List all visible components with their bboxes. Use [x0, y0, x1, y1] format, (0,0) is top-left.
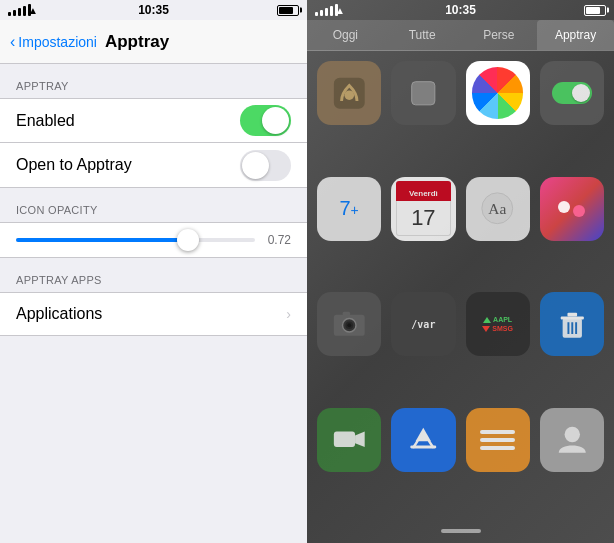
- svg-rect-9: [342, 312, 350, 316]
- app-camera[interactable]: [317, 292, 381, 356]
- cydia-icon: [330, 74, 369, 113]
- app-gamecenter[interactable]: [540, 177, 604, 241]
- app-stocks[interactable]: AAPL SMSG: [466, 292, 530, 356]
- stocks-up-icon: [483, 317, 491, 323]
- tab-apptray[interactable]: Apptray: [537, 20, 614, 50]
- home-bar: [307, 523, 614, 543]
- calendar-icon: Venerdì 17: [396, 181, 451, 236]
- open-to-apptray-label: Open to Apptray: [16, 156, 132, 174]
- toggle-knob-open: [242, 152, 269, 179]
- slider-thumb[interactable]: [177, 229, 199, 251]
- time-right: 10:35: [445, 3, 476, 17]
- signal-bar-1: [8, 12, 11, 16]
- apptray-apps-section-header: APPTRAY APPS: [0, 258, 307, 292]
- app-photos[interactable]: [466, 61, 530, 125]
- applications-row[interactable]: Applications ›: [0, 292, 307, 336]
- wifi-icon-right: ▲: [335, 5, 345, 16]
- app-facetime[interactable]: [317, 408, 381, 472]
- battery-left: [277, 5, 299, 16]
- applications-chevron-icon: ›: [286, 306, 291, 322]
- svg-rect-12: [567, 313, 577, 317]
- nav-title: Apptray: [105, 32, 169, 52]
- app-equals[interactable]: [466, 408, 530, 472]
- svg-point-21: [564, 427, 579, 442]
- tab-perse[interactable]: Perse: [461, 20, 538, 50]
- stocks-icon: AAPL SMSG: [482, 316, 513, 332]
- signal-bar-2: [13, 10, 16, 16]
- signal-bar-r-2: [320, 10, 323, 16]
- open-to-apptray-toggle[interactable]: [240, 150, 291, 181]
- toggle-knob-enabled: [262, 107, 289, 134]
- apptray-settings-group: Enabled Open to Apptray: [0, 98, 307, 188]
- slider-track[interactable]: [16, 238, 255, 242]
- app-square[interactable]: [391, 61, 455, 125]
- 7plus-text: 7+: [339, 197, 358, 220]
- svg-rect-16: [334, 432, 355, 447]
- apptray-section-header: APPTRAY: [0, 64, 307, 98]
- status-bar-left: ▲ 10:35: [0, 0, 307, 20]
- facetime-icon: [330, 420, 369, 459]
- svg-rect-2: [412, 82, 435, 105]
- enabled-label: Enabled: [16, 112, 75, 130]
- app-appstore[interactable]: [391, 408, 455, 472]
- signal-bar-r-3: [325, 8, 328, 16]
- back-label: Impostazioni: [18, 34, 97, 50]
- square-icon: [404, 74, 443, 113]
- signal-bar-4: [23, 6, 26, 16]
- left-panel: ▲ 10:35 ‹ Impostazioni Apptray APPTRAY E…: [0, 0, 307, 543]
- icon-opacity-section-header: ICON OPACITY: [0, 188, 307, 222]
- app-trash[interactable]: [540, 292, 604, 356]
- back-button[interactable]: ‹ Impostazioni: [10, 33, 97, 51]
- tab-bar: Oggi Tutte Perse Apptray: [307, 20, 614, 51]
- nav-bar-left: ‹ Impostazioni Apptray: [0, 20, 307, 64]
- tab-oggi[interactable]: Oggi: [307, 20, 384, 50]
- appstore-icon: [404, 420, 443, 459]
- enabled-toggle[interactable]: [240, 105, 291, 136]
- app-7plus[interactable]: 7+: [317, 177, 381, 241]
- fontbook-icon: Aa: [478, 189, 517, 228]
- svg-point-8: [347, 323, 351, 327]
- svg-point-1: [344, 90, 354, 100]
- signal-bar-r-4: [330, 6, 333, 16]
- toggle-settings-icon: [549, 71, 594, 116]
- equals-icon: [480, 430, 515, 450]
- slider-container: 0.72: [16, 233, 291, 247]
- contacts-icon: [553, 420, 592, 459]
- app-toggle-settings[interactable]: [540, 61, 604, 125]
- wifi-icon-left: ▲: [28, 5, 38, 16]
- enabled-row: Enabled: [0, 99, 307, 143]
- back-chevron-icon: ‹: [10, 33, 15, 51]
- trash-icon: [553, 305, 592, 344]
- app-contacts[interactable]: [540, 408, 604, 472]
- app-calendar[interactable]: Venerdì 17: [391, 177, 455, 241]
- signal-bar-3: [18, 8, 21, 16]
- app-fontbook[interactable]: Aa: [466, 177, 530, 241]
- var-icon: /var: [407, 315, 439, 334]
- slider-section: 0.72: [0, 222, 307, 258]
- time-left: 10:35: [138, 3, 169, 17]
- camera-icon: [330, 305, 369, 344]
- applications-label: Applications: [16, 305, 102, 323]
- open-to-apptray-row: Open to Apptray: [0, 143, 307, 187]
- battery-right: [584, 5, 606, 16]
- home-indicator: [441, 529, 481, 533]
- right-panel: ▲ 10:35 Oggi Tutte Perse Apptray: [307, 0, 614, 543]
- photos-icon: [472, 67, 523, 118]
- app-var[interactable]: /var: [391, 292, 455, 356]
- slider-value: 0.72: [263, 233, 291, 247]
- signal-bar-r-1: [315, 12, 318, 16]
- svg-marker-17: [355, 432, 365, 447]
- tab-tutte[interactable]: Tutte: [384, 20, 461, 50]
- app-cydia[interactable]: [317, 61, 381, 125]
- svg-rect-11: [560, 316, 583, 319]
- slider-fill: [16, 238, 188, 242]
- stocks-down-icon: [482, 326, 490, 332]
- svg-text:Aa: Aa: [489, 200, 507, 217]
- gamecenter-icon: [558, 201, 585, 217]
- apps-grid: 7+ Venerdì 17 Aa: [307, 51, 614, 523]
- status-bar-right: ▲ 10:35: [307, 0, 614, 20]
- settings-content: APPTRAY Enabled Open to Apptray ICON OPA…: [0, 64, 307, 543]
